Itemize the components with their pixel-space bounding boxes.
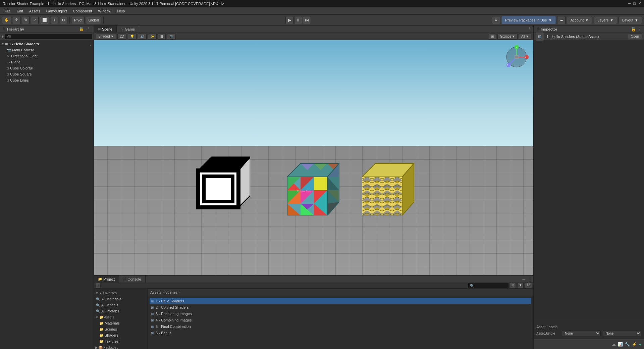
menu-gameobject[interactable]: GameObject [44, 8, 70, 14]
bottom-tabs: 📁 Project ☰ Console ─ ⋮ [94, 276, 533, 283]
packages-section[interactable]: ▶ 📦 Packages [94, 344, 147, 349]
gizmos-btn[interactable]: Gizmos ▼ [497, 34, 518, 40]
hierarchy-item-cube-lines[interactable]: □ Cube Lines [0, 77, 94, 83]
hierarchy-item-plane[interactable]: ▭ Plane [0, 59, 94, 65]
scenes-folder-icon: 📁 [99, 328, 103, 331]
console-tab[interactable]: ☰ Console [119, 276, 145, 283]
camera-settings-btn[interactable]: 📷 [167, 34, 176, 40]
bottom-add-btn[interactable]: + [95, 283, 101, 288]
all-materials-item[interactable]: 🔍 All Materials [94, 296, 147, 302]
step-btn[interactable]: ⏭ [303, 16, 311, 24]
packages-section-label: Packages [103, 346, 118, 349]
cloud-btn[interactable]: ☁ [557, 16, 566, 24]
asset-bundle-select2[interactable]: None [603, 330, 642, 336]
inspector-bottom-icon5[interactable]: ● [639, 342, 641, 347]
lighting-btn[interactable]: 💡 [128, 34, 137, 40]
shaded-btn[interactable]: Shaded ▼ [96, 34, 116, 40]
hierarchy-add-btn[interactable]: + [1, 34, 4, 39]
cube-lines-3d [195, 144, 250, 212]
audio-btn[interactable]: 🔊 [138, 34, 147, 40]
bt-filter-btn[interactable]: ⊞ [510, 283, 516, 288]
project-tab[interactable]: 📁 Project [94, 276, 119, 283]
hierarchy-more-btn[interactable]: ⋮ [86, 27, 91, 31]
all-btn[interactable]: All ▼ [519, 34, 531, 40]
twod-btn[interactable]: 2D [117, 34, 126, 40]
scene-options-btn[interactable]: ☰ [158, 34, 166, 40]
scene-file-3[interactable]: ⊞ 3 - Recoloring Images [150, 311, 531, 317]
all-prefabs-item[interactable]: 🔍 All Prefabs [94, 308, 147, 314]
cube-square-svg [362, 153, 417, 215]
inspector-bottom-icon2[interactable]: 📊 [618, 342, 623, 347]
assets-section-label: Assets [104, 315, 114, 319]
menu-file[interactable]: File [2, 8, 13, 14]
inspector-open-btn[interactable]: Open [628, 34, 642, 39]
pivot-btn[interactable]: Pivot [72, 16, 85, 24]
assets-section[interactable]: ▼ 📁 Assets [94, 314, 147, 320]
menu-assets[interactable]: Assets [26, 8, 43, 14]
breadcrumb-scenes[interactable]: Scenes [165, 290, 178, 294]
materials-folder-item[interactable]: 📁 Materials [94, 320, 147, 326]
title-text: Recolor-Shader-Example - 1 - Hello Shade… [3, 2, 224, 6]
inspector-bottom-icon1[interactable]: ☁ [612, 342, 616, 347]
bottom-search[interactable] [468, 283, 508, 288]
bt-star-btn[interactable]: ★ [517, 283, 524, 288]
hierarchy-lock-btn[interactable]: 🔓 [78, 27, 85, 31]
inspector-bottom-icon4[interactable]: ⚡ [632, 342, 637, 347]
viewport[interactable]: Recolor Shader [94, 40, 533, 275]
menu-help[interactable]: Help [114, 8, 127, 14]
scene-5-label: 5 - Final Combination [156, 325, 191, 329]
scene-gizmo[interactable]: X Y Z [503, 44, 530, 70]
preview-packages-btn[interactable]: Preview Packages in Use ▼ [501, 16, 556, 24]
pause-btn[interactable]: ⏸ [294, 16, 302, 24]
bt-count-btn[interactable]: 18 [525, 283, 532, 288]
collab-btn[interactable]: ⚙ [492, 16, 500, 24]
root-more-icon[interactable]: ⋮ [89, 42, 92, 46]
global-btn[interactable]: Global [86, 16, 101, 24]
all-models-item[interactable]: 🔍 All Models [94, 302, 147, 308]
rotate-tool-btn[interactable]: ↻ [22, 16, 30, 24]
bottom-panel-minimize-btn[interactable]: ─ [521, 277, 527, 282]
inspector-bottom-icon3[interactable]: 🔧 [625, 342, 630, 347]
hierarchy-item-root[interactable]: ▼ ⊞ 1 - Hello Shaders ⋮ [0, 41, 94, 47]
scale-tool-btn[interactable]: ⤢ [31, 16, 39, 24]
move-tool-btn[interactable]: ✛ [13, 16, 20, 24]
scene-more-btn[interactable]: ⋮ [526, 27, 533, 31]
scene-3-label: 3 - Recoloring Images [156, 312, 192, 316]
scene-file-6[interactable]: ⊞ 6 - Bonus [150, 330, 531, 336]
hierarchy-search[interactable] [5, 34, 92, 39]
hand-tool-btn[interactable]: ✋ [2, 16, 11, 24]
game-tab[interactable]: ▷ Game [117, 26, 139, 33]
hierarchy-item-cube-colorful[interactable]: □ Cube Colorful [0, 65, 94, 71]
hierarchy-item-directional-light[interactable]: ☀ Directional Light [0, 53, 94, 59]
rect-tool-btn[interactable]: ⬜ [40, 16, 49, 24]
shaders-folder-item[interactable]: 📁 Shaders [94, 332, 147, 338]
menu-edit[interactable]: Edit [14, 8, 26, 14]
scene-file-5[interactable]: ⊞ 5 - Final Combination [150, 323, 531, 330]
layers-btn[interactable]: Layers ▼ [594, 16, 617, 24]
menu-window[interactable]: Window [95, 8, 114, 14]
custom-tool-btn[interactable]: ⊡ [60, 16, 67, 24]
minimize-btn[interactable]: ─ [628, 1, 631, 6]
maximize-btn[interactable]: □ [633, 1, 636, 6]
menu-component[interactable]: Component [70, 8, 95, 14]
scene-overlay-btn[interactable]: ⊞ [489, 34, 496, 40]
favorites-section[interactable]: ▼ ★ Favorites [94, 290, 147, 296]
hierarchy-item-cube-square[interactable]: □ Cube Square [0, 71, 94, 77]
bottom-panel-more-btn[interactable]: ⋮ [527, 277, 533, 282]
account-btn[interactable]: Account ▼ [567, 16, 593, 24]
scene-tab[interactable]: ⊞ Scene [94, 26, 117, 33]
textures-folder-item[interactable]: 📁 Textures [94, 338, 147, 344]
layout-btn[interactable]: Layout ▼ [619, 16, 642, 24]
play-btn[interactable]: ▶ [285, 16, 293, 24]
scene-file-4[interactable]: ⊞ 4 - Combining Images [150, 317, 531, 323]
scene-file-1[interactable]: ⊞ 1 - Hello Shaders [150, 298, 531, 304]
breadcrumb-assets[interactable]: Assets [150, 290, 161, 294]
asset-bundle-select1[interactable]: None [562, 330, 601, 336]
fx-btn[interactable]: ✨ [148, 34, 157, 40]
close-btn[interactable]: ✕ [638, 1, 641, 6]
transform-tool-btn[interactable]: ⊹ [51, 16, 58, 24]
scenes-folder-item[interactable]: 📁 Scenes [94, 326, 147, 332]
hierarchy-item-main-camera[interactable]: 📷 Main Camera [0, 47, 94, 53]
game-tab-label: Game [125, 27, 135, 31]
scene-file-2[interactable]: ⊞ 2 - Colored Shaders [150, 304, 531, 310]
